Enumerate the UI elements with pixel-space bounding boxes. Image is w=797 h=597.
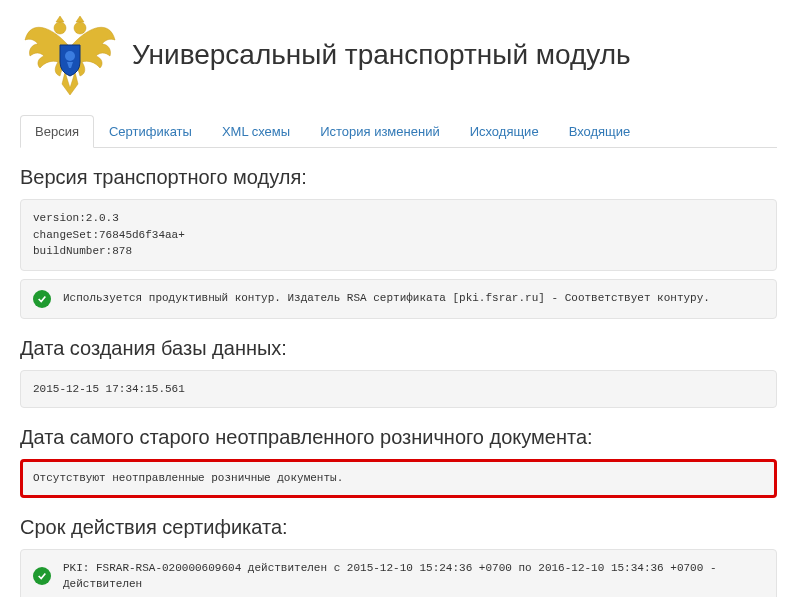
db-date-block: 2015-12-15 17:34:15.561 xyxy=(20,370,777,409)
emblem-logo xyxy=(20,10,120,100)
cert-pki-text: PKI: FSRAR-RSA-020000609604 действителен… xyxy=(63,560,764,593)
section-db-date-title: Дата создания базы данных: xyxy=(20,337,777,360)
header: Универсальный транспортный модуль xyxy=(20,10,777,100)
version-info-block: version:2.0.3 changeSet:76845d6f34aa+ bu… xyxy=(20,199,777,271)
tab-history[interactable]: История изменений xyxy=(305,115,455,148)
tab-xml-schemas[interactable]: XML схемы xyxy=(207,115,305,148)
contour-status-text: Используется продуктивный контур. Издате… xyxy=(63,290,710,307)
tab-outgoing[interactable]: Исходящие xyxy=(455,115,554,148)
tab-certificates[interactable]: Сертификаты xyxy=(94,115,207,148)
page-title: Универсальный транспортный модуль xyxy=(132,39,631,71)
cert-pki-block: PKI: FSRAR-RSA-020000609604 действителен… xyxy=(20,549,777,598)
svg-point-0 xyxy=(54,22,66,34)
check-icon xyxy=(33,567,51,585)
svg-point-2 xyxy=(65,51,75,61)
tab-version[interactable]: Версия xyxy=(20,115,94,148)
section-version-title: Версия транспортного модуля: xyxy=(20,166,777,189)
section-oldest-doc-title: Дата самого старого неотправленного розн… xyxy=(20,426,777,449)
section-cert-title: Срок действия сертификата: xyxy=(20,516,777,539)
contour-status: Используется продуктивный контур. Издате… xyxy=(20,279,777,319)
tab-bar: Версия Сертификаты XML схемы История изм… xyxy=(20,115,777,148)
check-icon xyxy=(33,290,51,308)
svg-point-1 xyxy=(74,22,86,34)
version-info-text: version:2.0.3 changeSet:76845d6f34aa+ bu… xyxy=(33,210,764,260)
db-date-value: 2015-12-15 17:34:15.561 xyxy=(33,383,185,395)
oldest-doc-block: Отсутствуют неотправленные розничные док… xyxy=(20,459,777,498)
oldest-doc-value: Отсутствуют неотправленные розничные док… xyxy=(33,472,343,484)
tab-incoming[interactable]: Входящие xyxy=(554,115,646,148)
